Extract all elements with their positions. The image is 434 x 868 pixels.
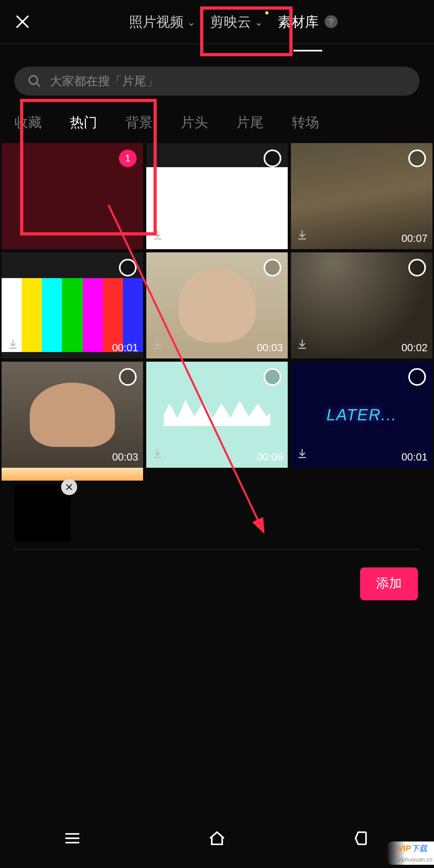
back-icon (351, 828, 372, 849)
duration-label: 00:03 (257, 342, 283, 354)
tab-label: 素材库 (278, 12, 319, 31)
watermark: VIP下载 viphuiyuan.cn (387, 841, 434, 865)
search-placeholder: 大家都在搜「片尾」 (50, 74, 158, 89)
close-button[interactable] (6, 6, 39, 38)
search-input[interactable]: 大家都在搜「片尾」 (14, 67, 420, 96)
menu-icon (62, 828, 83, 849)
chevron-down-icon: ⌄ (254, 16, 263, 28)
tab-photos-videos[interactable]: 照片视频 ⌄ (129, 12, 196, 31)
action-bar: 添加 (0, 550, 434, 600)
material-tile[interactable]: 00:03 (146, 252, 288, 358)
material-tile[interactable]: 00:07 (291, 143, 432, 249)
download-icon (296, 447, 309, 463)
material-tile[interactable]: 00:06 (146, 362, 288, 468)
notification-dot-icon (265, 11, 268, 14)
download-icon (151, 338, 164, 354)
duration-label: 00:07 (401, 232, 428, 244)
tray-item[interactable] (14, 485, 71, 542)
close-icon (65, 483, 73, 491)
download-icon (151, 447, 164, 463)
download-icon (296, 338, 309, 354)
topbar: 照片视频 ⌄ 剪映云 ⌄ 素材库 ? (0, 0, 434, 44)
download-icon (151, 228, 164, 244)
help-icon[interactable]: ? (324, 15, 337, 28)
chevron-down-icon: ⌄ (187, 16, 196, 28)
duration-label: 00:03 (112, 451, 138, 463)
cat-background[interactable]: 背景 (125, 113, 153, 132)
material-tile[interactable]: LATER... 00:01 (291, 362, 432, 468)
selection-circle[interactable] (408, 149, 426, 167)
duration-label: 00:01 (112, 342, 138, 354)
tab-label: 照片视频 (129, 12, 184, 31)
selection-circle[interactable] (119, 368, 137, 386)
topbar-tabs: 照片视频 ⌄ 剪映云 ⌄ 素材库 ? (39, 12, 428, 31)
search-icon (27, 74, 42, 88)
selection-tray (14, 485, 420, 550)
tab-material-library[interactable]: 素材库 ? (278, 12, 337, 31)
material-tile[interactable]: 00:03 (2, 362, 143, 468)
home-icon (207, 828, 227, 849)
selection-circle[interactable] (119, 259, 137, 276)
duration-label: 00:06 (257, 451, 283, 463)
duration-label: 00:02 (401, 342, 428, 354)
selection-circle[interactable] (408, 368, 426, 386)
selection-circle[interactable] (264, 149, 281, 167)
material-grid-nextrow (0, 468, 434, 481)
add-button[interactable]: 添加 (360, 567, 418, 600)
active-tab-underline (293, 49, 322, 51)
selection-badge[interactable]: 1 (119, 149, 137, 167)
cat-favorites[interactable]: 收藏 (14, 113, 42, 132)
selection-circle[interactable] (264, 259, 281, 276)
cat-intro[interactable]: 片头 (181, 113, 208, 132)
category-tabs: 收藏 热门 背景 片头 片尾 转场 (0, 96, 434, 143)
tab-jianying-cloud[interactable]: 剪映云 ⌄ (210, 12, 263, 31)
download-icon (6, 338, 19, 354)
nav-home-button[interactable] (207, 828, 227, 852)
remove-selection-button[interactable] (61, 479, 77, 495)
material-tile[interactable]: 00:02 (291, 252, 432, 358)
material-tile[interactable]: 1 (2, 143, 143, 249)
download-icon (296, 228, 309, 244)
nav-back-button[interactable] (351, 828, 372, 852)
material-tile[interactable]: 00:01 (2, 252, 143, 358)
cat-transition[interactable]: 转场 (292, 113, 319, 132)
svg-point-0 (29, 76, 38, 84)
selection-circle[interactable] (408, 259, 426, 276)
thumbnail (2, 468, 143, 481)
material-tile[interactable] (146, 143, 288, 249)
system-nav-bar (0, 828, 434, 852)
duration-label: 00:01 (401, 451, 428, 463)
close-icon (14, 13, 31, 31)
nav-menu-button[interactable] (62, 828, 83, 852)
cat-outro[interactable]: 片尾 (236, 113, 264, 132)
tab-label: 剪映云 (210, 12, 251, 31)
cat-hot[interactable]: 热门 (70, 113, 97, 132)
material-grid: 1 00:07 00:01 00:03 00:02 00:03 (0, 143, 434, 468)
material-tile[interactable] (2, 468, 143, 481)
selection-circle[interactable] (264, 368, 281, 386)
